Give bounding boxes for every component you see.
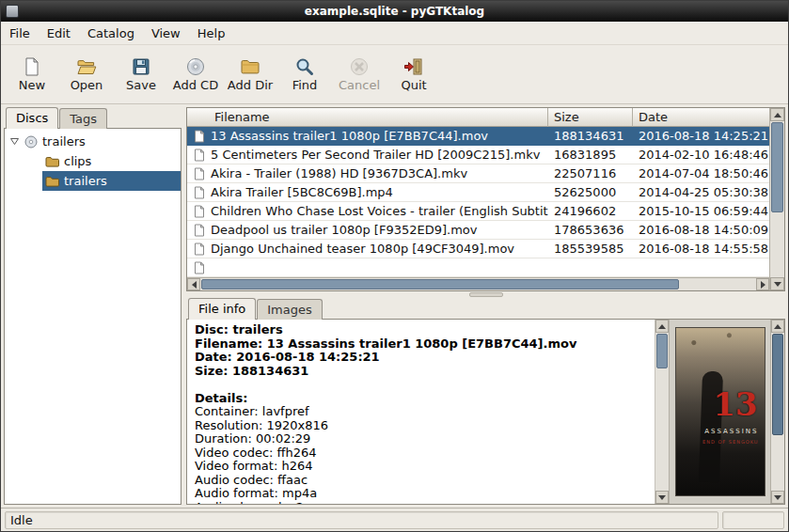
tab-file-info[interactable]: File info — [188, 298, 256, 320]
file-icon — [194, 243, 205, 256]
column-header-filename[interactable]: Filename — [187, 108, 548, 127]
scroll-up-button[interactable] — [770, 108, 784, 121]
file-icon — [194, 205, 205, 218]
scroll-down-button[interactable] — [655, 491, 669, 504]
scroll-down-button[interactable] — [771, 491, 784, 504]
quit-button[interactable]: Quit — [387, 54, 441, 94]
save-button[interactable]: Save — [114, 54, 168, 94]
info-audio-channels: Audio channels: 2 — [195, 501, 647, 505]
info-audio-format: Audio format: mp4a — [195, 487, 647, 501]
scroll-right-button[interactable] — [756, 278, 769, 290]
toolbar: New Open Save Add CD Add Dir Find Cancel — [1, 45, 788, 104]
horizontal-scroll-thumb[interactable] — [201, 279, 679, 289]
tree-item-label: clips — [64, 154, 91, 168]
file-info-text: Disc: trailers Filename: 13 Assassins tr… — [187, 320, 655, 504]
scroll-up-button[interactable] — [655, 320, 669, 333]
detail-tabs: File info Images — [186, 298, 785, 320]
statusbar: Idle — [1, 508, 788, 531]
cd-disc-icon — [185, 56, 206, 77]
tree-item-trailers-root[interactable]: trailers — [5, 132, 181, 151]
vertical-scroll-thumb[interactable] — [656, 334, 668, 368]
new-button[interactable]: New — [5, 54, 59, 94]
menu-catalog[interactable]: Catalog — [79, 23, 143, 43]
tab-tags[interactable]: Tags — [59, 108, 107, 129]
tree-item-trailers[interactable]: trailers — [5, 171, 181, 191]
new-document-icon — [22, 56, 42, 77]
poster-thumbnail[interactable]: 13 ASSASSINS END OF SENGOKU — [675, 327, 765, 496]
scroll-up-button[interactable] — [771, 320, 784, 333]
info-details-heading: Details: — [195, 392, 647, 406]
info-date: Date: 2016-08-18 14:25:21 — [195, 351, 647, 365]
status-text: Idle — [10, 513, 33, 527]
add-cd-button[interactable]: Add CD — [168, 54, 223, 94]
table-row[interactable]: Django Unchained teaser 1080p [49CF3049]… — [187, 240, 769, 258]
image-preview-pane: 13 ASSASSINS END OF SENGOKU — [669, 320, 770, 504]
poster-number: 13 — [713, 388, 757, 420]
table-row[interactable]: Akira Trailer [5BC8C69B].mp4 52625000 20… — [187, 183, 769, 202]
info-vertical-scrollbar[interactable] — [655, 320, 669, 504]
tab-images[interactable]: Images — [257, 299, 323, 320]
file-icon — [194, 224, 205, 237]
menu-edit[interactable]: Edit — [39, 23, 79, 43]
app-window: example.sqlite - pyGTKtalog File Edit Ca… — [0, 0, 789, 532]
column-header-size[interactable]: Size — [548, 108, 633, 127]
quit-icon — [403, 56, 424, 77]
sidebar: Discs Tags trailers clips — [4, 107, 181, 505]
scroll-down-button[interactable] — [770, 277, 784, 290]
window-title: example.sqlite - pyGTKtalog — [305, 5, 484, 18]
table-row[interactable]: 13 Assassins trailer1 1080p [E7BB7C44].m… — [187, 127, 769, 146]
image-vertical-scrollbar[interactable] — [770, 320, 784, 504]
vertical-scroll-thumb[interactable] — [771, 122, 783, 212]
table-row[interactable]: 5 Centimeters Per Second Trailer HD [200… — [187, 146, 769, 164]
info-audio-codec: Audio codec: ffaac — [195, 474, 647, 488]
open-button[interactable]: Open — [59, 54, 114, 94]
file-list-vertical-scrollbar[interactable] — [769, 108, 784, 290]
folder-icon — [240, 56, 260, 77]
search-icon — [294, 56, 315, 77]
file-list-header: Filename Size Date — [187, 108, 769, 127]
horizontal-splitter[interactable] — [186, 291, 785, 298]
info-video-codec: Video codec: ffh264 — [195, 446, 647, 461]
file-icon — [194, 261, 205, 274]
menu-file[interactable]: File — [1, 23, 39, 43]
detail-pane: File info Images Disc: trailers Filename… — [186, 298, 785, 505]
scroll-left-button[interactable] — [187, 278, 200, 290]
column-header-date[interactable]: Date — [633, 108, 769, 127]
menu-view[interactable]: View — [143, 23, 189, 43]
info-blank — [195, 378, 647, 392]
table-row-partial[interactable] — [187, 258, 769, 277]
table-row[interactable]: Deadpool us trailer 1080p [F9352ED9].mov… — [187, 221, 769, 240]
table-row[interactable]: Akira - Trailer (1988) HD [9367D3CA].mkv… — [187, 164, 769, 183]
vertical-scroll-track[interactable] — [655, 333, 669, 491]
save-floppy-icon — [131, 56, 151, 77]
window-icon[interactable] — [6, 5, 19, 18]
file-icon — [194, 167, 205, 180]
info-size: Size: 188134631 — [195, 365, 647, 379]
open-folder-icon — [76, 56, 97, 77]
poster-title: ASSASSINS — [704, 428, 758, 435]
menubar: File Edit Catalog View Help — [1, 22, 788, 45]
info-duration: Duration: 00:02:29 — [195, 432, 647, 446]
menu-help[interactable]: Help — [189, 23, 234, 43]
vertical-scroll-track[interactable] — [770, 121, 784, 277]
horizontal-scroll-track[interactable] — [200, 278, 756, 290]
tab-discs[interactable]: Discs — [6, 107, 58, 129]
file-icon — [194, 130, 205, 143]
vertical-scroll-track[interactable] — [771, 333, 784, 491]
vertical-scroll-thumb[interactable] — [772, 334, 783, 435]
titlebar[interactable]: example.sqlite - pyGTKtalog — [1, 1, 788, 22]
cancel-icon — [349, 56, 370, 77]
find-button[interactable]: Find — [277, 54, 332, 94]
splitter-grip — [469, 292, 503, 297]
disc-tree: trailers clips trailers — [4, 128, 181, 505]
expander-open-icon[interactable] — [9, 136, 22, 147]
info-container: Container: lavfpref — [195, 405, 647, 419]
folder-icon — [45, 176, 59, 187]
file-icon — [194, 149, 205, 162]
tree-item-clips[interactable]: clips — [5, 151, 181, 171]
file-rows: 13 Assassins trailer1 1080p [E7BB7C44].m… — [187, 127, 769, 277]
table-row[interactable]: Children Who Chase Lost Voices - trailer… — [187, 202, 769, 221]
add-dir-button[interactable]: Add Dir — [223, 54, 277, 94]
horizontal-scrollbar[interactable] — [187, 277, 769, 290]
info-resolution: Resolution: 1920x816 — [195, 419, 647, 433]
